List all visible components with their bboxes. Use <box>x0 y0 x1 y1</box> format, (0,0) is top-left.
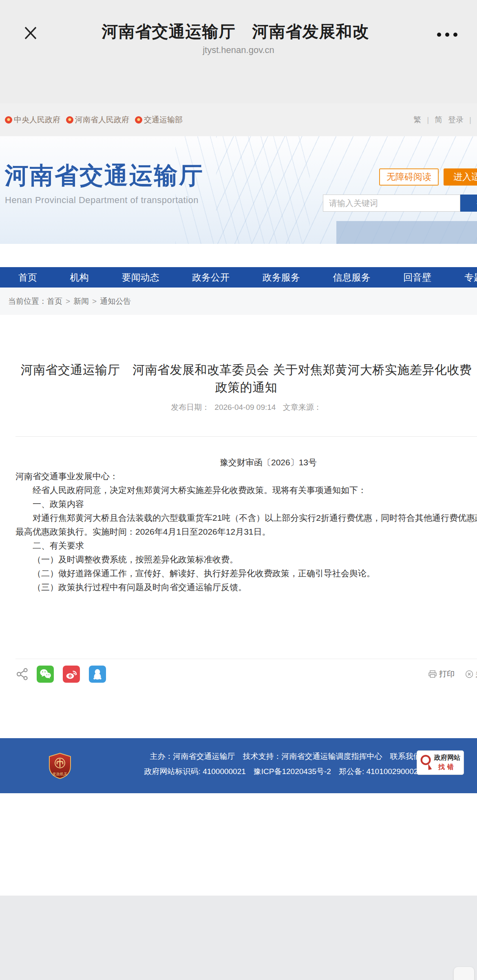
emblem-icon: ★ <box>135 116 142 124</box>
browser-chrome: 河南省交通运输厅 河南省发展和改 jtyst.henan.gov.cn <box>0 0 477 103</box>
publish-date: 2026-04-09 09:14 <box>214 403 276 411</box>
toplink-henan-gov[interactable]: ★ 河南省人民政府 <box>66 115 129 125</box>
title-fade-overlay <box>379 20 416 43</box>
close-label: 关闭 <box>475 669 477 679</box>
paragraph: （三）政策执行过程中有问题及时向省交通运输厅反馈。 <box>15 580 477 594</box>
menu-icon[interactable] <box>437 33 457 37</box>
browser-url: jtyst.henan.gov.cn <box>0 45 477 55</box>
nav-item-org[interactable]: 机构 <box>70 271 89 284</box>
close-icon[interactable] <box>21 24 40 42</box>
nav-item-echo-wall[interactable]: 回音壁 <box>403 271 431 284</box>
nav-item-info-service[interactable]: 信息服务 <box>333 271 371 284</box>
top-links-bar: ★ 中央人民政府 ★ 河南省人民政府 ★ 交通运输部 繁 | 简 登录 | <box>0 103 477 136</box>
printer-icon <box>428 670 437 678</box>
finder-label-1: 政府网站 <box>434 754 460 762</box>
article-body: 豫交财审函〔2026〕13号 河南省交通事业发展中心： 经省人民政府同意，决定对… <box>15 456 477 594</box>
lang-simplified[interactable]: 简 <box>435 115 442 125</box>
breadcrumb-news[interactable]: 新闻 <box>73 296 89 307</box>
close-circle-icon <box>465 670 473 678</box>
breadcrumb-home[interactable]: 首页 <box>47 296 62 307</box>
emblem-icon: ★ <box>66 116 73 124</box>
breadcrumb-separator: > <box>92 297 97 306</box>
toplink-label: 交通运输部 <box>144 115 183 125</box>
search-input[interactable] <box>323 195 460 212</box>
breadcrumb: 当前位置： 首页 > 新闻 > 通知公告 <box>0 288 477 315</box>
paragraph: 一、政策内容 <box>15 497 477 511</box>
elder-mode-button[interactable]: 进入适老模式 <box>444 168 477 186</box>
floating-widget[interactable] <box>454 967 474 980</box>
nav-item-home[interactable]: 首页 <box>18 271 37 284</box>
banner-bridge-decoration <box>336 221 477 244</box>
spacer <box>0 244 477 267</box>
site-error-finder-button[interactable]: 政府网站 找错 <box>417 750 464 775</box>
doc-number: 豫交财审函〔2026〕13号 <box>15 456 477 469</box>
nav-item-topics[interactable]: 专题 <box>464 271 477 284</box>
article-meta: 发布日期：2026-04-09 09:14 文章来源： <box>15 402 477 413</box>
main-nav: 首页 机构 要闻动态 政务公开 政务服务 信息服务 回音壁 专题 <box>0 267 477 288</box>
article-title: 河南省交通运输厅 河南省发展和改革委员会 关于对焦郑黄河大桥实施差异化收费政策的… <box>15 361 477 396</box>
site-name: 河南省交通运输厅 <box>5 160 204 192</box>
print-button[interactable]: 打印 <box>428 669 455 679</box>
footer-text: 主办：河南省交通运输厅 技术支持：河南省交通运输调度指挥中心 联系我们 政府网站… <box>0 749 477 779</box>
footer-line1: 主办：河南省交通运输厅 技术支持：河南省交通运输调度指挥中心 联系我们 <box>0 749 477 764</box>
search-button[interactable]: 搜索 <box>460 195 477 212</box>
page-bottom-whitespace <box>0 793 477 896</box>
toplink-label: 中央人民政府 <box>14 115 60 125</box>
site-name-en: Henan Provincial Department of transport… <box>5 195 204 206</box>
publish-date-label: 发布日期： <box>171 403 210 411</box>
browser-title-wrap: 河南省交通运输厅 河南省发展和改 <box>55 20 416 43</box>
qq-icon[interactable] <box>89 666 106 683</box>
source-label: 文章来源： <box>283 403 322 411</box>
weibo-icon[interactable] <box>63 666 80 683</box>
nav-item-news[interactable]: 要闻动态 <box>121 271 159 284</box>
paragraph: 对通行焦郑黄河大桥且合法装载的六型载重货车21吨（不含）以上部分实行2折通行费优… <box>15 511 477 539</box>
browser-title: 河南省交通运输厅 河南省发展和改 <box>102 20 369 43</box>
paragraph: 经省人民政府同意，决定对焦郑黄河大桥实施差异化收费政策。现将有关事项通知如下： <box>15 483 477 497</box>
footer-line2: 政府网站标识码: 4100000021 豫ICP备12020435号-2 郑公备… <box>0 764 477 779</box>
share-icon[interactable] <box>15 667 29 681</box>
accessibility-button[interactable]: 无障碍阅读 <box>379 168 439 186</box>
lang-traditional[interactable]: 繁 <box>413 115 421 125</box>
breadcrumb-label: 当前位置： <box>8 296 47 307</box>
separator: | <box>427 115 429 124</box>
toplink-central-gov[interactable]: ★ 中央人民政府 <box>5 115 60 125</box>
site-banner: 河南省交通运输厅 Henan Provincial Department of … <box>0 136 477 244</box>
paragraph: 河南省交通事业发展中心： <box>15 469 477 483</box>
paragraph: （二）做好道路保通工作，宣传好、解读好、执行好差异化收费政策，正确引导社会舆论。 <box>15 566 477 580</box>
paragraph: 二、有关要求 <box>15 539 477 553</box>
finder-label-2: 找错 <box>438 763 456 772</box>
divider <box>15 436 477 437</box>
share-row: 打印 关闭 <box>15 659 477 683</box>
nav-item-gov-service[interactable]: 政务服务 <box>263 271 300 284</box>
breadcrumb-notices[interactable]: 通知公告 <box>100 296 131 307</box>
magnifier-icon <box>420 754 433 772</box>
footer: 党政机关 主办：河南省交通运输厅 技术支持：河南省交通运输调度指挥中心 联系我们… <box>0 738 477 793</box>
emblem-icon: ★ <box>5 116 12 124</box>
login-link[interactable]: 登录 <box>448 115 464 125</box>
print-label: 打印 <box>439 669 455 679</box>
toplink-label: 河南省人民政府 <box>75 115 129 125</box>
article: 河南省交通运输厅 河南省发展和改革委员会 关于对焦郑黄河大桥实施差异化收费政策的… <box>0 315 477 738</box>
site-logo[interactable]: 河南省交通运输厅 Henan Provincial Department of … <box>5 160 204 206</box>
toplink-ministry-transport[interactable]: ★ 交通运输部 <box>135 115 183 125</box>
page-end-background <box>0 896 477 980</box>
close-article-button[interactable]: 关闭 <box>465 669 477 679</box>
separator: | <box>469 115 471 124</box>
nav-item-gov-open[interactable]: 政务公开 <box>192 271 230 284</box>
wechat-icon[interactable] <box>37 666 54 683</box>
breadcrumb-separator: > <box>66 297 70 306</box>
paragraph: （一）及时调整收费系统，按照差异化政策标准收费。 <box>15 553 477 566</box>
